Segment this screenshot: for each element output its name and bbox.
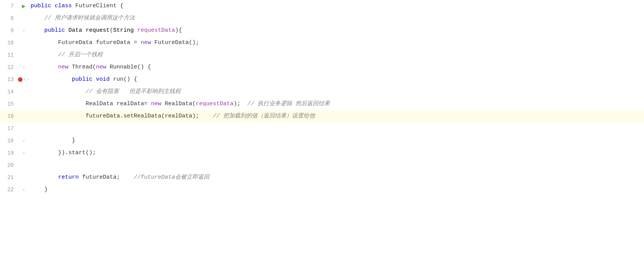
- code-row: 10 FutureData futureData = new FutureDat…: [0, 37, 644, 49]
- fold-icon[interactable]: ▿: [22, 138, 25, 144]
- fold-icon[interactable]: ▿: [22, 65, 25, 70]
- code-row: 21 return futureData; //futureData会被立即返回: [0, 171, 644, 184]
- gutter: ▿: [18, 28, 29, 34]
- code-row: 12▿ new Thread(new Runnable() {: [0, 61, 644, 73]
- line-number: 19: [0, 150, 18, 156]
- line-number: 21: [0, 174, 18, 181]
- code-editor: 7▶public class FutureClient {8 // 用户请求时候…: [0, 0, 644, 277]
- line-number: 11: [0, 52, 18, 58]
- code-row: 13 ↑ ▿ public void run() {: [0, 73, 644, 86]
- code-row: 8 // 用户请求时候就会调用这个方法: [0, 12, 644, 24]
- code-content: public class FutureClient {: [29, 0, 644, 12]
- breakpoint-icon[interactable]: [18, 77, 23, 82]
- code-row: 18▿ }: [0, 135, 644, 147]
- code-content: new Thread(new Runnable() {: [29, 61, 644, 73]
- code-row: 15 RealData realData= new RealData(reque…: [0, 98, 644, 110]
- code-content: FutureData futureData = new FutureData()…: [29, 37, 644, 49]
- line-number: 14: [0, 89, 18, 95]
- code-content: [29, 159, 644, 171]
- gutter: ▿: [18, 138, 29, 144]
- line-number: 10: [0, 40, 18, 46]
- code-content: futureData.setRealData(realData); // 把加载…: [29, 110, 644, 122]
- code-content: }).start();: [29, 147, 644, 159]
- code-row: 14 // 会有阻塞 但是不影响到主线程: [0, 86, 644, 98]
- code-row: 22▿ }: [0, 184, 644, 196]
- line-number: 9: [0, 28, 18, 34]
- code-content: // 会有阻塞 但是不影响到主线程: [29, 86, 644, 98]
- line-number: 16: [0, 113, 18, 119]
- line-number: 17: [0, 125, 18, 132]
- code-content: }: [29, 184, 644, 196]
- line-number: 7: [0, 3, 18, 9]
- code-content: RealData realData= new RealData(requestD…: [29, 98, 644, 110]
- code-content: [29, 122, 644, 135]
- code-row: 9▿ public Data request(String requestDat…: [0, 24, 644, 37]
- run-icon[interactable]: ▶: [22, 2, 26, 10]
- code-row: 20: [0, 159, 644, 171]
- line-number: 15: [0, 101, 18, 107]
- code-row: 19▿ }).start();: [0, 147, 644, 159]
- code-row: 7▶public class FutureClient {: [0, 0, 644, 12]
- code-row: 11 // 开启一个线程: [0, 49, 644, 61]
- line-number: 12: [0, 64, 18, 70]
- line-number: 22: [0, 187, 18, 193]
- line-number: 13: [0, 77, 18, 83]
- gutter: ↑ ▿: [18, 77, 29, 83]
- gutter: ▶: [18, 2, 29, 10]
- fold-icon[interactable]: ▿: [22, 28, 25, 34]
- fold-icon[interactable]: ▿: [22, 150, 25, 156]
- up-arrow-icon: ↑: [23, 77, 26, 82]
- fold-icon[interactable]: ▿: [22, 187, 25, 193]
- code-row: 17: [0, 122, 644, 135]
- fold-icon[interactable]: ▿: [27, 77, 29, 83]
- gutter: ▿: [18, 187, 29, 193]
- gutter: ▿: [18, 150, 29, 156]
- code-content: // 用户请求时候就会调用这个方法: [29, 12, 644, 24]
- code-row: 16 futureData.setRealData(realData); // …: [0, 110, 644, 122]
- code-content: public void run() {: [29, 73, 644, 86]
- line-number: 8: [0, 15, 18, 21]
- code-content: // 开启一个线程: [29, 49, 644, 61]
- line-number: 20: [0, 162, 18, 168]
- line-number: 18: [0, 138, 18, 144]
- gutter: ▿: [18, 65, 29, 70]
- code-content: }: [29, 135, 644, 147]
- code-content: public Data request(String requestData){: [29, 24, 644, 37]
- code-content: return futureData; //futureData会被立即返回: [29, 171, 644, 184]
